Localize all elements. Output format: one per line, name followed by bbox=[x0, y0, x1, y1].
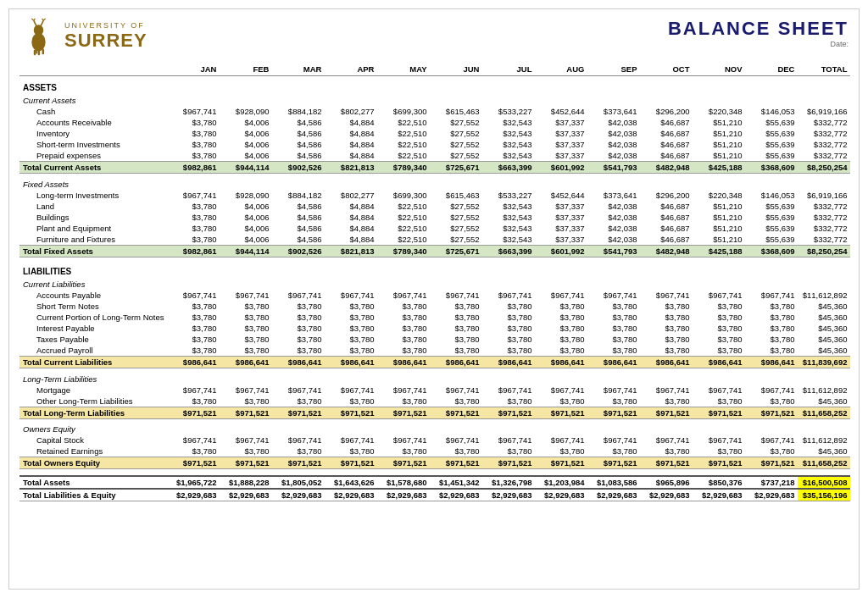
cell-value: $368,609 bbox=[745, 162, 798, 174]
cell-value: $46,687 bbox=[640, 212, 693, 223]
cell-value: $615,463 bbox=[430, 190, 482, 201]
cell-value: $4,884 bbox=[325, 139, 377, 150]
cell-value: $967,741 bbox=[587, 435, 640, 446]
cell-value: $986,641 bbox=[167, 357, 220, 368]
cell-value: $8,250,254 bbox=[798, 245, 850, 257]
logo-text: UNIVERSITY OF SURREY bbox=[64, 22, 147, 51]
cell-value: $42,038 bbox=[587, 234, 640, 246]
row-label: Plant and Equipment bbox=[19, 223, 167, 234]
cell-value: $821,813 bbox=[325, 245, 377, 257]
cell-value: $789,340 bbox=[377, 162, 430, 174]
cell-value: $2,929,683 bbox=[587, 489, 640, 501]
cell-value: $3,780 bbox=[587, 345, 640, 357]
subsection-title: Current Assets bbox=[19, 93, 850, 106]
cell-value: $3,780 bbox=[167, 150, 220, 162]
cell-value: $452,644 bbox=[535, 190, 587, 201]
cell-value: $1,083,586 bbox=[587, 476, 640, 489]
row-label: Land bbox=[19, 201, 167, 212]
table-row: Total Long-Term Liabilities$971,521$971,… bbox=[19, 407, 850, 418]
cell-value: $373,641 bbox=[587, 106, 640, 117]
cell-value: $22,510 bbox=[377, 212, 430, 223]
cell-value: $3,780 bbox=[220, 301, 272, 312]
cell-value: $971,521 bbox=[693, 407, 745, 418]
cell-value: $3,780 bbox=[482, 312, 535, 323]
logo-area: UNIVERSITY OF SURREY bbox=[19, 18, 147, 56]
section-title: LIABILITIES bbox=[19, 260, 850, 277]
cell-value: $425,188 bbox=[693, 245, 745, 257]
cell-value: $986,641 bbox=[430, 357, 482, 368]
cell-value: $967,741 bbox=[272, 435, 325, 446]
col-mar: MAR bbox=[272, 63, 325, 76]
cell-value: $55,639 bbox=[745, 234, 798, 246]
cell-value: $541,793 bbox=[587, 162, 640, 174]
cell-value: $967,741 bbox=[430, 385, 482, 396]
col-aug: AUG bbox=[535, 63, 587, 76]
cell-value: $482,948 bbox=[640, 245, 693, 257]
cell-value: $967,741 bbox=[430, 435, 482, 446]
cell-value: $11,612,892 bbox=[798, 435, 850, 446]
table-row: Capital Stock$967,741$967,741$967,741$96… bbox=[19, 435, 850, 446]
cell-value: $51,210 bbox=[693, 117, 745, 128]
cell-value: $3,780 bbox=[167, 301, 220, 312]
cell-value: $3,780 bbox=[220, 345, 272, 357]
row-label: Total Current Liabilities bbox=[19, 357, 167, 368]
cell-value: $332,772 bbox=[798, 201, 850, 212]
cell-value: $22,510 bbox=[377, 128, 430, 139]
cell-value: $51,210 bbox=[693, 223, 745, 234]
cell-value: $37,337 bbox=[535, 223, 587, 234]
cell-value: $971,521 bbox=[377, 457, 430, 469]
cell-value: $2,929,683 bbox=[745, 489, 798, 501]
cell-value: $332,772 bbox=[798, 128, 850, 139]
cell-value: $3,780 bbox=[220, 334, 272, 345]
cell-value: $37,337 bbox=[535, 117, 587, 128]
cell-value: $3,780 bbox=[167, 312, 220, 323]
cell-value: $971,521 bbox=[745, 407, 798, 418]
section-title: ASSETS bbox=[19, 76, 850, 94]
cell-value: $615,463 bbox=[430, 106, 482, 117]
table-row: Total Owners Equity$971,521$971,521$971,… bbox=[19, 457, 850, 469]
cell-value: $3,780 bbox=[693, 446, 745, 457]
cell-value: $982,861 bbox=[167, 162, 220, 174]
page-container: UNIVERSITY OF SURREY BALANCE SHEET Date:… bbox=[8, 8, 860, 590]
svg-line-5 bbox=[41, 20, 43, 26]
cell-value: $967,741 bbox=[587, 290, 640, 301]
cell-value: $4,586 bbox=[272, 150, 325, 162]
table-row: Total Liabilities & Equity$2,929,683$2,9… bbox=[19, 489, 850, 501]
cell-value: $971,521 bbox=[535, 407, 587, 418]
cell-value: $971,521 bbox=[430, 407, 482, 418]
cell-value: $3,780 bbox=[587, 446, 640, 457]
cell-value: $3,780 bbox=[272, 446, 325, 457]
cell-value: $42,038 bbox=[587, 128, 640, 139]
row-label: Mortgage bbox=[19, 385, 167, 396]
cell-value: $27,552 bbox=[430, 201, 482, 212]
cell-value: $971,521 bbox=[272, 407, 325, 418]
cell-value: $46,687 bbox=[640, 223, 693, 234]
cell-value: $3,780 bbox=[745, 345, 798, 357]
subsection-title: Long-Term Liabilities bbox=[19, 372, 850, 385]
cell-value: $4,006 bbox=[220, 201, 272, 212]
cell-value: $3,780 bbox=[587, 312, 640, 323]
cell-value: $3,780 bbox=[745, 323, 798, 334]
cell-value: $3,780 bbox=[272, 312, 325, 323]
cell-value: $55,639 bbox=[745, 139, 798, 150]
table-row: Buildings$3,780$4,006$4,586$4,884$22,510… bbox=[19, 212, 850, 223]
table-row: Short Term Notes$3,780$3,780$3,780$3,780… bbox=[19, 301, 850, 312]
cell-value: $452,644 bbox=[535, 106, 587, 117]
cell-value: $11,612,892 bbox=[798, 290, 850, 301]
cell-value: $1,451,342 bbox=[430, 476, 482, 489]
cell-value: $967,741 bbox=[535, 435, 587, 446]
cell-value: $3,780 bbox=[220, 446, 272, 457]
col-dec: DEC bbox=[745, 63, 798, 76]
table-row: Accrued Payroll$3,780$3,780$3,780$3,780$… bbox=[19, 345, 850, 357]
cell-value: $2,929,683 bbox=[535, 489, 587, 501]
cell-value: $3,780 bbox=[377, 301, 430, 312]
cell-value: $4,884 bbox=[325, 234, 377, 246]
cell-value: $967,741 bbox=[272, 290, 325, 301]
cell-value: $3,780 bbox=[640, 312, 693, 323]
col-may: MAY bbox=[377, 63, 430, 76]
cell-value: $42,038 bbox=[587, 212, 640, 223]
cell-value: $967,741 bbox=[377, 385, 430, 396]
cell-value: $965,896 bbox=[640, 476, 693, 489]
cell-value: $3,780 bbox=[220, 312, 272, 323]
cell-value: $2,929,683 bbox=[640, 489, 693, 501]
